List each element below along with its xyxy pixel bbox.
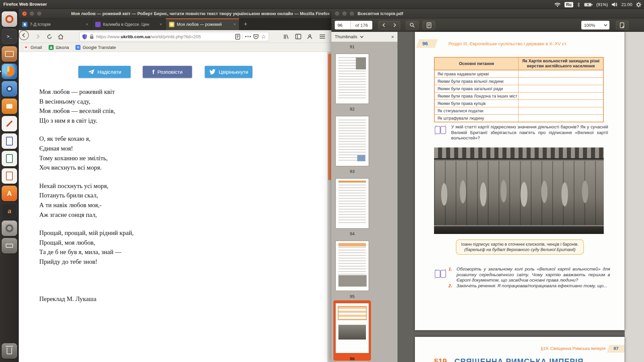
- reload-button[interactable]: [46, 33, 53, 40]
- drawing-app-icon[interactable]: [2, 116, 17, 131]
- gmail-icon: M: [23, 45, 29, 50]
- software-center-icon[interactable]: A: [2, 186, 17, 201]
- thumbnail-page-95[interactable]: [335, 241, 369, 291]
- hamburger-menu-icon[interactable]: [319, 33, 326, 40]
- window-minimize-button[interactable]: –: [342, 11, 347, 16]
- screenshot-tool-icon[interactable]: [2, 99, 17, 114]
- share-twitter-button[interactable]: Цвірінькнути: [205, 66, 253, 78]
- url-bar[interactable]: https://www.ukrlib.com.ua/world/printit.…: [79, 32, 269, 41]
- clock[interactable]: 21:00: [621, 2, 632, 7]
- search-icon[interactable]: [406, 21, 419, 29]
- home-button[interactable]: [57, 33, 64, 40]
- pdf-scrollbar-track[interactable]: [625, 32, 644, 362]
- zoom-level-dropdown[interactable]: 100%: [581, 21, 609, 29]
- share-facebook-button[interactable]: f Розповісти: [143, 66, 192, 78]
- bookmark-gmail[interactable]: M Gmail: [23, 45, 42, 50]
- window-maximize-button[interactable]: □: [350, 11, 354, 16]
- new-tab-button[interactable]: +: [239, 18, 252, 30]
- previous-page-button[interactable]: [378, 21, 389, 29]
- thumbnail-label[interactable]: 92: [335, 107, 369, 112]
- tab-close-icon[interactable]: ×: [159, 22, 163, 27]
- page-scrollbar[interactable]: [327, 52, 331, 362]
- battery-percent: (91%): [596, 2, 608, 7]
- window-close-button[interactable]: ×: [22, 11, 27, 16]
- share-telegram-button[interactable]: Надіслати: [78, 66, 131, 78]
- bluetooth-icon[interactable]: [577, 2, 580, 7]
- window-close-button[interactable]: ×: [335, 11, 339, 16]
- bookmarks-toolbar: M Gmail Школа G Google Translate: [19, 43, 331, 52]
- chevron-down-icon: [604, 23, 607, 26]
- pocket-icon[interactable]: [253, 34, 259, 39]
- sidebar-toggle-icon[interactable]: [294, 33, 302, 40]
- library-icon[interactable]: [282, 33, 290, 40]
- page-number-box[interactable]: 96 of 176: [335, 21, 372, 29]
- thumbnail-page-96-selected[interactable]: 96: [333, 300, 371, 361]
- bookmark-school[interactable]: Школа: [49, 45, 69, 50]
- thumbnail-page-94[interactable]: [335, 178, 369, 229]
- facebook-icon: f: [152, 68, 154, 76]
- session-gear-icon[interactable]: [636, 2, 641, 7]
- firefox-window: × – □ Моя любов — рожевий квіт — Роберт …: [19, 9, 331, 362]
- terminal-icon[interactable]: >_: [2, 29, 17, 44]
- annotations-icon[interactable]: [616, 21, 629, 29]
- camera-icon[interactable]: [2, 81, 17, 97]
- firefox-window-title: Моя любов — рожевий квіт — Роберт Бернс,…: [71, 11, 329, 16]
- scrollbar-thumb[interactable]: [328, 54, 331, 180]
- firefox-titlebar[interactable]: × – □ Моя любов — рожевий квіт — Роберт …: [19, 9, 331, 18]
- reader-mode-icon[interactable]: [235, 34, 240, 40]
- next-page-button[interactable]: [389, 21, 400, 29]
- bookmark-star-icon[interactable]: ☆: [261, 34, 266, 40]
- window-minimize-button[interactable]: –: [30, 11, 34, 16]
- thumbnail-page-92[interactable]: [335, 54, 369, 104]
- amazon-icon[interactable]: a: [2, 203, 17, 219]
- firefox-icon[interactable]: [2, 64, 17, 79]
- forward-button[interactable]: [34, 33, 42, 40]
- table-row: Як штрафували людину: [435, 114, 603, 122]
- sidebar-mode-dropdown[interactable]: Thumbnails: [335, 34, 357, 39]
- tab-favicon: [22, 22, 28, 27]
- libreoffice-impress-icon[interactable]: [2, 168, 17, 184]
- pdf-titlebar[interactable]: × – □ Всесвітня історія.pdf: [331, 9, 644, 18]
- pdf-viewer-window: × – □ Всесвітня історія.pdf 96 of 176 10…: [331, 9, 644, 362]
- navigation-toolbar: https://www.ukrlib.com.ua/world/printit.…: [19, 30, 331, 43]
- top-panel: Firefox Web Browser Ru (91%) 21:00: [0, 0, 644, 9]
- tab-close-icon[interactable]: ×: [232, 22, 236, 27]
- url-text: https://www.ukrlib.com.ua/world/printit.…: [96, 34, 201, 39]
- tracking-shield-icon[interactable]: [82, 34, 87, 40]
- tab-history-class[interactable]: 7-Д Історія ×: [19, 18, 92, 30]
- chevron-down-icon[interactable]: [360, 35, 364, 38]
- keyboard-layout-indicator[interactable]: Ru: [565, 2, 573, 7]
- thumbnail-label[interactable]: 93: [335, 169, 369, 174]
- thumbnail-label[interactable]: 91: [335, 44, 369, 49]
- system-settings-icon[interactable]: [2, 221, 17, 236]
- page-view-icon[interactable]: [423, 21, 435, 29]
- tab-kalimba[interactable]: Калимба в Одессе. Цен ×: [92, 18, 166, 30]
- window-maximize-button[interactable]: □: [37, 11, 42, 16]
- desktop: Firefox Web Browser Ru (91%) 21:00 >_: [0, 0, 644, 362]
- libreoffice-writer-icon[interactable]: [2, 133, 17, 149]
- libreoffice-calc-icon[interactable]: [2, 151, 17, 166]
- dash-home-icon[interactable]: [2, 11, 17, 27]
- files-icon[interactable]: [2, 46, 17, 62]
- table-col1-header: Основні питання: [435, 58, 519, 70]
- page-actions-icon[interactable]: [245, 36, 251, 37]
- wifi-icon[interactable]: [554, 2, 561, 7]
- trash-icon[interactable]: [2, 343, 17, 359]
- battery-icon[interactable]: [584, 2, 593, 7]
- volume-icon[interactable]: [611, 2, 618, 7]
- utility-icon[interactable]: [2, 238, 17, 253]
- tab-poem-active[interactable]: Моя любов — рожевий ×: [166, 18, 239, 30]
- thumbnail-label[interactable]: 94: [335, 231, 369, 236]
- sidebar-close-icon[interactable]: ×: [391, 34, 394, 40]
- tab-close-icon[interactable]: ×: [85, 22, 89, 27]
- thumbnail-label[interactable]: 95: [335, 294, 369, 299]
- tasks-block: 1. Обговоріть у загальному колі роль «Ве…: [448, 266, 610, 289]
- page-number-input[interactable]: 96: [335, 21, 351, 29]
- bookmark-google-translate[interactable]: G Google Translate: [75, 45, 116, 50]
- classroom-icon: [49, 45, 54, 50]
- back-button[interactable]: [19, 30, 29, 40]
- table-row: Якими були права вільної людини: [435, 77, 603, 85]
- thumbnail-page-93[interactable]: [335, 116, 369, 166]
- panel-app-title: Firefox Web Browser: [3, 2, 47, 7]
- account-icon[interactable]: [306, 33, 313, 40]
